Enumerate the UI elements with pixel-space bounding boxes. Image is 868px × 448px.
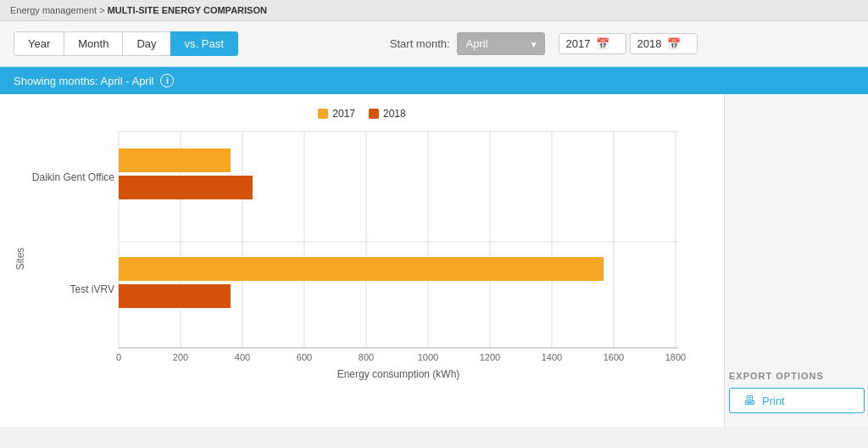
breadcrumb-current: MULTI-SITE ENERGY COMPARISON bbox=[108, 5, 267, 15]
bar-test-2017 bbox=[119, 257, 604, 281]
tab-month[interactable]: Month bbox=[64, 31, 123, 56]
legend-swatch-2018 bbox=[369, 109, 379, 119]
legend-label-2017: 2017 bbox=[332, 108, 355, 120]
calendar1-icon[interactable]: 📅 bbox=[596, 37, 609, 50]
svg-text:400: 400 bbox=[235, 352, 250, 362]
svg-text:600: 600 bbox=[297, 352, 312, 362]
y-axis-label: Sites bbox=[14, 248, 26, 271]
controls-row: Year Month Day vs. Past Start month: Jan… bbox=[0, 21, 868, 67]
bar-daikin-2017 bbox=[119, 148, 231, 172]
year1-value: 2017 bbox=[566, 37, 591, 50]
svg-text:1000: 1000 bbox=[418, 352, 438, 362]
svg-text:1600: 1600 bbox=[604, 352, 624, 362]
main-content: 2017 2018 Sites bbox=[0, 94, 868, 427]
month-select-wrapper[interactable]: January February March April May June Ju… bbox=[457, 32, 545, 55]
legend-item-2018: 2018 bbox=[369, 108, 406, 120]
breadcrumb-separator: > bbox=[99, 5, 104, 15]
year2-input[interactable]: 2018 📅 bbox=[630, 33, 698, 54]
start-month-label: Start month: bbox=[390, 37, 450, 50]
tab-day[interactable]: Day bbox=[122, 31, 170, 56]
print-label: Print bbox=[762, 395, 785, 407]
svg-text:1400: 1400 bbox=[542, 352, 562, 362]
print-button[interactable]: 🖶 Print bbox=[729, 388, 865, 413]
svg-text:200: 200 bbox=[173, 352, 188, 362]
year1-input[interactable]: 2017 📅 bbox=[559, 33, 626, 54]
export-title: EXPORT OPTIONS bbox=[729, 371, 865, 381]
export-section: EXPORT OPTIONS 🖶 Print bbox=[729, 371, 865, 413]
svg-text:0: 0 bbox=[116, 352, 121, 362]
breadcrumb-bar: Energy management > MULTI-SITE ENERGY CO… bbox=[0, 0, 868, 21]
y-label-test: Test iVRV bbox=[70, 283, 114, 295]
bar-test-2018 bbox=[119, 284, 231, 308]
x-axis-label: Energy consumption (kWh) bbox=[337, 368, 460, 380]
legend-swatch-2017 bbox=[318, 109, 328, 119]
calendar2-icon[interactable]: 📅 bbox=[667, 37, 681, 50]
breadcrumb-root: Energy management bbox=[10, 5, 97, 15]
chart-area: 2017 2018 Sites bbox=[0, 94, 724, 427]
tab-vs-past[interactable]: vs. Past bbox=[170, 31, 238, 56]
showing-months-bar: Showing months: April - April i bbox=[0, 67, 868, 94]
legend-label-2018: 2018 bbox=[383, 108, 406, 120]
showing-months-text: Showing months: April - April bbox=[14, 75, 153, 87]
chart-container: Sites bbox=[8, 123, 715, 389]
info-icon[interactable]: i bbox=[160, 74, 174, 87]
svg-text:1200: 1200 bbox=[480, 352, 500, 362]
y-label-daikin: Daikin Gent Office bbox=[32, 171, 114, 183]
tab-year[interactable]: Year bbox=[14, 31, 64, 56]
svg-text:800: 800 bbox=[359, 352, 374, 362]
printer-icon: 🖶 bbox=[743, 394, 755, 407]
svg-text:1800: 1800 bbox=[665, 352, 686, 362]
tab-group: Year Month Day vs. Past bbox=[14, 31, 237, 56]
chart-legend: 2017 2018 bbox=[8, 103, 715, 123]
year2-value: 2018 bbox=[637, 37, 662, 50]
bar-daikin-2018 bbox=[119, 176, 253, 199]
bar-chart: Sites bbox=[8, 123, 712, 386]
legend-item-2017: 2017 bbox=[318, 108, 355, 120]
month-select[interactable]: January February March April May June Ju… bbox=[457, 32, 545, 55]
